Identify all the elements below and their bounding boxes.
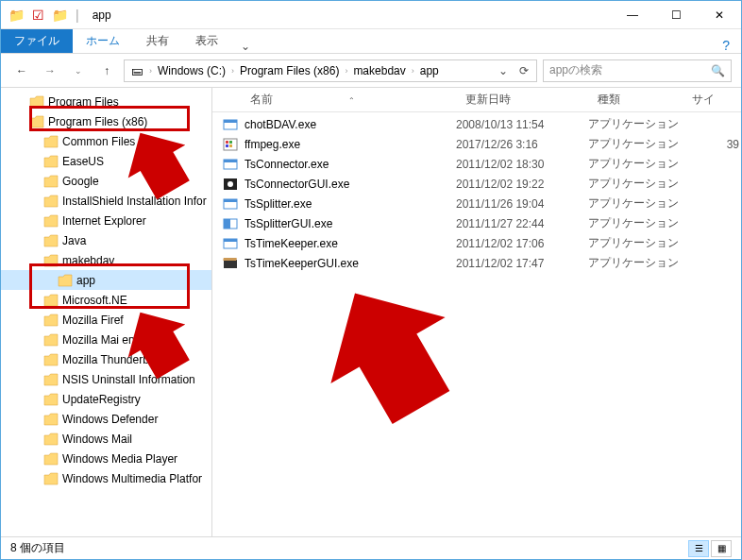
sort-asc-icon: ⌃ [348, 96, 355, 105]
folder-icon [43, 472, 59, 485]
tree-label: Common Files [62, 135, 135, 148]
tree-node[interactable]: EaseUS [1, 151, 211, 171]
chevron-right-icon[interactable]: › [147, 66, 154, 76]
ribbon-tabs: ファイル ホーム 共有 表示 ⌄ ? [1, 29, 741, 54]
folder-icon [29, 115, 44, 128]
tab-share[interactable]: 共有 [133, 29, 182, 53]
tree-node[interactable]: Windows Media Player [1, 449, 211, 468]
tree-node[interactable]: Internet Explorer [1, 211, 211, 230]
address-bar[interactable]: 🖴 › Windows (C:) › Program Files (x86) ›… [124, 59, 537, 82]
chevron-right-icon[interactable]: › [229, 66, 236, 76]
folder-icon [43, 333, 59, 347]
tree-label: InstallShield Installation Infor [62, 195, 207, 208]
tree-node[interactable]: app [1, 270, 211, 290]
column-size[interactable]: サイ [684, 92, 741, 108]
tree-node[interactable]: Microsoft.NE [1, 290, 211, 310]
file-row[interactable]: TsSplitter.exe2011/11/26 19:04アプリケーション [212, 194, 741, 213]
close-button[interactable]: ✕ [698, 1, 741, 29]
tree-node[interactable]: UpdateRegistry [1, 389, 211, 409]
file-list[interactable]: chotBDAV.exe2008/10/13 11:54アプリケーションffmp… [212, 112, 741, 273]
tree-pane[interactable]: Program FilesProgram Files (x86)Common F… [1, 88, 212, 538]
search-icon: 🔍 [711, 64, 725, 77]
file-type: アプリケーション [588, 176, 683, 192]
view-icons-button[interactable]: ▦ [711, 540, 732, 557]
tree-label: NSIS Uninstall Information [62, 373, 195, 386]
forward-button[interactable]: → [39, 59, 61, 82]
file-icon [222, 216, 239, 231]
refresh-icon[interactable]: ⟳ [514, 64, 534, 77]
chevron-right-icon[interactable]: › [343, 66, 349, 76]
view-details-button[interactable]: ☰ [688, 540, 709, 557]
ribbon-expand-icon[interactable]: ⌄ [231, 40, 260, 53]
file-row[interactable]: TsConnectorGUI.exe2011/12/02 19:22アプリケーシ… [212, 174, 741, 194]
file-icon [222, 177, 239, 192]
folder-icon [43, 175, 59, 188]
tab-home[interactable]: ホーム [73, 29, 133, 53]
search-input[interactable]: appの検索 🔍 [543, 59, 732, 82]
file-row[interactable]: TsConnector.exe2011/12/02 18:30アプリケーション [212, 154, 741, 174]
breadcrumb[interactable]: makebdav [349, 64, 409, 77]
column-date[interactable]: 更新日時 [458, 92, 590, 108]
folder-icon [43, 214, 59, 228]
folder-icon: 📁 [8, 8, 25, 23]
breadcrumb[interactable]: Program Files (x86) [236, 64, 343, 77]
tree-node[interactable]: Windows Mail [1, 429, 211, 449]
file-row[interactable]: TsSplitterGUI.exe2011/11/27 22:44アプリケーショ… [212, 213, 741, 233]
folder-icon [43, 254, 59, 267]
title-bar: 📁 ☑ 📁 | app — ☐ ✕ [1, 1, 741, 29]
tree-node[interactable]: Common Files [1, 131, 211, 151]
file-icon [222, 117, 239, 132]
column-type[interactable]: 種類 [590, 92, 684, 108]
folder-icon [43, 294, 59, 307]
tree-node[interactable]: Program Files [1, 92, 211, 111]
file-name: TsConnectorGUI.exe [245, 178, 456, 191]
column-name[interactable]: 名前⌃ [212, 92, 458, 108]
tree-node[interactable]: Java [1, 230, 211, 250]
tree-node[interactable]: InstallShield Installation Infor [1, 191, 211, 211]
tree-node[interactable]: Mozilla Firef [1, 310, 211, 330]
tree-node[interactable]: Google [1, 171, 211, 191]
chevron-right-icon[interactable]: › [410, 66, 416, 76]
back-button[interactable]: ← [10, 59, 33, 82]
tab-file[interactable]: ファイル [1, 29, 73, 53]
folder-icon [29, 95, 44, 109]
svg-rect-1 [224, 120, 237, 123]
svg-rect-3 [226, 141, 228, 144]
tree-node[interactable]: Mozilla Thunderbird [1, 349, 211, 369]
maximize-button[interactable]: ☐ [654, 1, 698, 29]
minimize-button[interactable]: — [611, 1, 654, 29]
file-row[interactable]: TsTimeKeeperGUI.exe2011/12/02 17:47アプリケー… [212, 253, 741, 273]
tab-view[interactable]: 表示 [182, 29, 231, 53]
app-folder-icon: 📁 [52, 8, 68, 23]
file-row[interactable]: TsTimeKeeper.exe2011/12/02 17:06アプリケーション [212, 233, 741, 253]
folder-icon [43, 373, 59, 386]
help-icon[interactable]: ? [711, 38, 741, 53]
file-name: TsConnector.exe [245, 158, 456, 171]
address-dropdown-icon[interactable]: ⌄ [493, 64, 514, 77]
content-pane: 名前⌃ 更新日時 種類 サイ chotBDAV.exe2008/10/13 11… [212, 88, 741, 538]
tree-node[interactable]: Mozilla Mai ervice [1, 330, 211, 349]
folder-icon [43, 413, 59, 426]
up-button[interactable]: ↑ [95, 59, 118, 82]
tree-node[interactable]: makebdav [1, 250, 211, 270]
file-icon [222, 196, 239, 212]
tree-label: Windows Multimedia Platfor [62, 472, 202, 485]
file-row[interactable]: chotBDAV.exe2008/10/13 11:54アプリケーション [212, 114, 741, 134]
tree-label: Mozilla Mai ervice [62, 333, 152, 347]
status-text: 8 個の項目 [10, 540, 65, 556]
pin-icon[interactable]: ☑ [32, 8, 44, 23]
file-icon [222, 137, 239, 152]
tree-node[interactable]: Program Files (x86) [1, 111, 211, 131]
tree-node[interactable]: Windows Multimedia Platfor [1, 468, 211, 488]
file-date: 2011/12/02 17:47 [456, 257, 588, 270]
breadcrumb[interactable]: app [416, 64, 443, 77]
file-row[interactable]: ffmpeg.exe2017/12/26 3:16アプリケーション39 [212, 134, 741, 154]
breadcrumb[interactable]: Windows (C:) [154, 64, 229, 77]
file-type: アプリケーション [588, 195, 683, 212]
tree-node[interactable]: NSIS Uninstall Information [1, 369, 211, 389]
tree-label: Google [62, 175, 99, 188]
recent-dropdown-icon[interactable]: ⌄ [67, 59, 90, 82]
window-title: app [87, 8, 111, 22]
tree-node[interactable]: Windows Defender [1, 409, 211, 429]
file-type: アプリケーション [588, 235, 683, 251]
